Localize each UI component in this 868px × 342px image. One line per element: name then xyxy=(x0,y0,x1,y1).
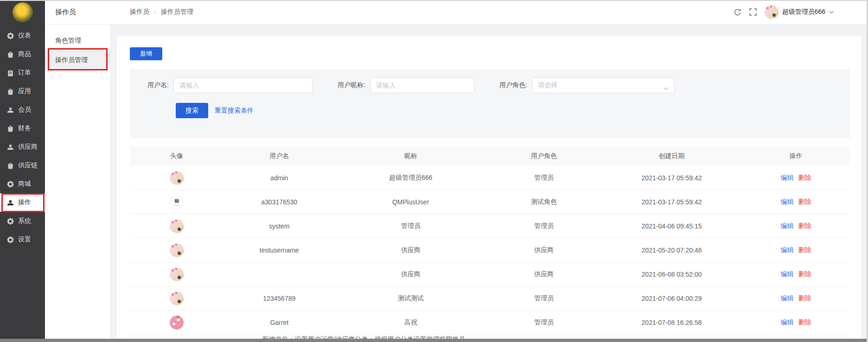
row-avatar xyxy=(170,291,184,305)
reset-search-link[interactable]: 重置搜索条件 xyxy=(215,107,254,115)
column-header: 操作 xyxy=(742,152,850,160)
refresh-icon[interactable] xyxy=(734,8,741,16)
edit-link[interactable]: 编辑 xyxy=(780,174,793,181)
submenu-item-label: 角色管理 xyxy=(55,37,81,45)
cell-username: 123456789 xyxy=(223,295,335,302)
table-header: 头像用户名昵称用户角色创建日期操作 xyxy=(130,146,850,166)
apps-icon xyxy=(7,88,14,95)
cell-nickname: 超级管理员666 xyxy=(335,174,486,182)
sidebar-item-apps[interactable]: 应用 xyxy=(0,82,45,101)
submenu-title: 操作员 xyxy=(45,0,110,25)
cell-role: 管理员 xyxy=(486,222,601,230)
finance-icon xyxy=(7,125,14,132)
content-area: 新增 用户名:用户昵称:用户角色:请选择 搜索 重置搜索条件 头像用户名昵称用户… xyxy=(110,25,867,339)
row-avatar xyxy=(170,195,184,209)
role-select[interactable]: 请选择 xyxy=(532,77,674,93)
cell-role: 管理员 xyxy=(486,318,601,327)
cell-role: 管理员 xyxy=(486,174,601,182)
delete-link[interactable]: 删除 xyxy=(798,246,811,253)
sidebar-item-label: 应用 xyxy=(18,87,31,95)
table-body: admin超级管理员666管理员2021-03-17 05:59:42编辑删除a… xyxy=(130,166,850,339)
chevron-down-icon xyxy=(829,11,834,14)
sidebar-item-label: 商品 xyxy=(18,50,31,58)
cell-role: 供应商 xyxy=(486,270,601,279)
table-row: testusername供应商供应商2021-05-20 07:20:46编辑删… xyxy=(130,238,850,262)
cell-role: 供应商 xyxy=(486,246,601,254)
sidebar-item-label: 系统 xyxy=(18,217,31,225)
sidebar-item-operation[interactable]: 操作 xyxy=(0,193,45,212)
window-frame-top xyxy=(0,0,868,1)
breadcrumb-item-operator[interactable]: 操作员 xyxy=(130,8,149,16)
sidebar-item-label: 供应链 xyxy=(18,161,38,170)
edit-link[interactable]: 编辑 xyxy=(780,270,793,278)
sidebar-item-mall[interactable]: 商城 xyxy=(0,175,45,193)
user-menu[interactable]: 超级管理员666 xyxy=(765,5,834,19)
search-field-role: 用户角色:请选择 xyxy=(491,77,674,93)
search-field-nickname: 用户昵称: xyxy=(329,77,474,93)
members-icon xyxy=(7,107,14,114)
column-header: 昵称 xyxy=(335,152,486,160)
fullscreen-icon[interactable] xyxy=(749,8,757,16)
select-placeholder: 请选择 xyxy=(538,81,557,89)
add-button[interactable]: 新增 xyxy=(130,47,162,60)
sidebar-item-label: 财务 xyxy=(18,124,31,133)
horizontal-scrollbar[interactable] xyxy=(0,339,868,342)
sidebar-item-suppliers[interactable]: 供应商 xyxy=(0,138,45,156)
table-row: 供应商供应商2021-06-08 03:52:00编辑删除 xyxy=(130,262,850,286)
sidebar-item-goods[interactable]: 商品 xyxy=(0,45,45,63)
search-fields: 用户名:用户昵称:用户角色:请选择 xyxy=(139,77,850,93)
submenu-item-label: 操作员管理 xyxy=(55,56,88,64)
sidebar-item-system[interactable]: 系统 xyxy=(0,212,45,230)
supply-chain-icon xyxy=(7,162,14,169)
delete-link[interactable]: 删除 xyxy=(798,174,811,181)
search-button[interactable]: 搜索 xyxy=(176,103,208,118)
sidebar-item-label: 操作 xyxy=(18,198,31,207)
sidebar-item-dashboard[interactable]: 仪表 xyxy=(0,26,45,45)
edit-link[interactable]: 编辑 xyxy=(780,318,793,326)
cell-created-date: 2021-05-20 07:20:46 xyxy=(601,247,742,254)
sidebar-item-orders[interactable]: 订单 xyxy=(0,63,45,82)
delete-link[interactable]: 删除 xyxy=(798,198,811,205)
chevron-down-icon xyxy=(664,84,669,92)
user-name: 超级管理员666 xyxy=(782,8,825,16)
submenu-item-role-management[interactable]: 角色管理 xyxy=(45,31,110,51)
cell-username: admin xyxy=(223,174,335,182)
sidebar-item-label: 供应商 xyxy=(18,143,38,151)
nickname-input[interactable] xyxy=(370,77,474,93)
cell-created-date: 2021-07-08 16:26:58 xyxy=(601,319,742,326)
delete-link[interactable]: 删除 xyxy=(798,294,811,302)
top-header: 操作员 › 操作员管理 超级管理员666 xyxy=(110,0,867,25)
cell-created-date: 2021-03-17 05:59:42 xyxy=(601,198,742,206)
sidebar-item-label: 商城 xyxy=(18,180,31,188)
edit-link[interactable]: 编辑 xyxy=(780,246,793,253)
username-input[interactable] xyxy=(173,77,313,93)
column-header: 用户名 xyxy=(223,152,335,160)
row-avatar xyxy=(170,267,184,281)
sidebar-item-label: 订单 xyxy=(18,69,31,77)
sidebar-item-members[interactable]: 会员 xyxy=(0,101,45,119)
delete-link[interactable]: 删除 xyxy=(798,222,811,229)
table-row: 123456789测试测试管理员2021-07-06 04:00:29编辑删除 xyxy=(130,286,850,310)
primary-nav: 仪表商品订单应用会员财务供应商供应链商城操作系统设置 xyxy=(0,26,45,249)
cell-created-date: 2021-03-17 05:59:42 xyxy=(601,174,742,182)
edit-link[interactable]: 编辑 xyxy=(780,222,793,229)
sidebar-item-settings[interactable]: 设置 xyxy=(0,230,45,249)
sidebar-item-label: 会员 xyxy=(18,106,31,114)
cell-role: 测试角色 xyxy=(486,198,601,206)
delete-link[interactable]: 删除 xyxy=(798,270,811,278)
submenu: 角色管理操作员管理 xyxy=(45,31,110,70)
submenu-item-operator-management[interactable]: 操作员管理 xyxy=(45,51,110,70)
system-icon xyxy=(7,218,14,225)
sidebar-item-supply-chain[interactable]: 供应链 xyxy=(0,156,45,175)
search-panel: 用户名:用户昵称:用户角色:请选择 搜索 重置搜索条件 xyxy=(130,69,850,138)
sidebar-item-finance[interactable]: 财务 xyxy=(0,119,45,138)
dashboard-icon xyxy=(7,32,14,39)
row-avatar xyxy=(170,171,184,185)
breadcrumb-item-operator-management[interactable]: 操作员管理 xyxy=(161,8,193,16)
cell-nickname: 高祝 xyxy=(335,318,486,327)
edit-link[interactable]: 编辑 xyxy=(780,198,793,205)
orders-icon xyxy=(7,70,14,76)
edit-link[interactable]: 编辑 xyxy=(780,294,793,302)
cell-username: system xyxy=(223,222,335,230)
delete-link[interactable]: 删除 xyxy=(798,318,811,326)
